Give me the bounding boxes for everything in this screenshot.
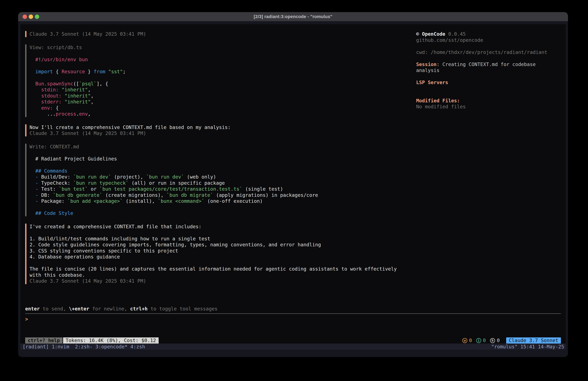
zoom-button[interactable]: [35, 15, 39, 19]
model-badge: Claude 3.7 Sonnet: [506, 337, 561, 344]
text-line: - Test: `bun test` or `bun test packages…: [30, 186, 412, 192]
text-segment: 1. Build/lint/test commands including ho…: [30, 236, 210, 242]
text-segment: stdin:: [30, 87, 59, 92]
tmux-status-bar: [radiant] 1:nvim 2:zsh- 3:opencode* 4:zs…: [20, 344, 566, 350]
text-line: [30, 63, 412, 69]
text-line: Now I'll create a comprehensive CONTEXT.…: [30, 124, 412, 131]
text-line: [30, 50, 412, 57]
text-segment: Bun.spawnSync: [30, 81, 73, 87]
text-segment: stdout:: [30, 93, 62, 99]
text-segment: 2. Code style guidelines covering import…: [30, 242, 321, 247]
close-button[interactable]: [22, 15, 27, 19]
text-line: [416, 91, 555, 98]
text-segment: enter: [25, 306, 40, 312]
prompt-row[interactable]: >: [25, 316, 561, 322]
text-line: [30, 75, 412, 81]
text-segment: -: [30, 198, 38, 204]
titlebar: [2/3] radiant:3:opencode - "romulus": [18, 12, 568, 21]
text-segment: TypeCheck:: [38, 180, 73, 186]
tmux-window-2-zsh[interactable]: 2:zsh-: [72, 344, 92, 350]
text-segment: ## Code Style: [30, 210, 73, 216]
text-line: [30, 260, 412, 266]
traffic-lights: [22, 12, 39, 21]
text-segment: (all) or run in specific package: [129, 180, 225, 186]
screenshot-root: { "window": { "title": "[2/3] radiant:3:…: [0, 0, 588, 381]
text-segment: }: [85, 69, 94, 74]
minimize-button[interactable]: [29, 15, 33, 19]
text-segment: [59, 87, 62, 92]
text-segment: `bun test`: [59, 186, 88, 192]
text-line: - TypeCheck: `bun run typecheck` (all) o…: [30, 180, 412, 186]
text-line: #!/usr/bin/env bun: [30, 57, 412, 63]
text-line: import { Resource } from "sst";: [30, 69, 412, 75]
text-segment: {: [53, 69, 62, 74]
text-segment: for newline,: [89, 306, 130, 312]
text-segment: from: [94, 69, 105, 74]
tmux-window-4-zsh[interactable]: 4:zsh: [127, 344, 145, 350]
text-segment: (create migrations),: [103, 192, 167, 198]
text-segment: Build/Dev:: [38, 174, 73, 180]
input-separator: [25, 313, 561, 314]
text-segment: !: [38, 57, 41, 62]
tool-message-write-context-md: Write: CONTEXT.md # Radiant Project Guid…: [25, 144, 412, 216]
assistant-message-intro: Now I'll create a comprehensive CONTEXT.…: [25, 124, 412, 136]
text-segment: The file is concise (20 lines) and captu…: [30, 266, 397, 272]
help-badge: ctrl+? help: [25, 337, 63, 344]
text-line: stdin: "inherit",: [30, 87, 412, 93]
opencode-tui: Claude 3.7 Sonnet (14 May 2025 03:41 PM)…: [20, 24, 566, 344]
text-segment: [105, 69, 108, 74]
text-line: 3. CSS styling conventions specific to t…: [30, 248, 412, 254]
prompt-caret: >: [25, 316, 28, 322]
tmux-window-1-nvim[interactable]: 1:nvim: [52, 344, 72, 350]
text-segment: `bun run typecheck`: [73, 180, 129, 186]
text-segment: .: [76, 111, 79, 117]
hint-icon: h: [490, 338, 495, 343]
text-segment: 0.0.45: [445, 31, 466, 37]
text-segment: ...: [30, 111, 56, 117]
text-segment: `bun add <package>`: [67, 198, 123, 204]
text-line: Bun.spawnSync([`psql`], {: [30, 81, 412, 87]
text-segment: ,: [88, 111, 91, 117]
sidebar: © OpenCode 0.0.45github.com/sst/opencode…: [416, 31, 555, 110]
text-segment: Write: CONTEXT.md: [30, 144, 79, 150]
text-line: [30, 162, 412, 168]
text-line: # Radiant Project Guidelines: [30, 156, 412, 162]
text-segment: 3. CSS styling conventions specific to t…: [30, 248, 178, 254]
text-segment: Claude 3.7 Sonnet (14 May 2025 03:41 PM): [30, 131, 146, 136]
input-section: enter to send, \+enter for newline, ctrl…: [25, 306, 561, 344]
prompt-input[interactable]: [28, 316, 561, 322]
text-line: 4. Database operations guidance: [30, 254, 412, 260]
text-segment: # Radiant Project Guidelines: [30, 156, 117, 162]
text-line: - DB: `bun db generate` (create migratio…: [30, 192, 412, 198]
text-segment: to send,: [40, 306, 69, 312]
assistant-message-header: Claude 3.7 Sonnet (14 May 2025 03:41 PM): [25, 31, 412, 37]
text-line: [416, 86, 555, 92]
text-segment: LSP Servers: [416, 80, 448, 85]
text-segment: ,: [91, 93, 94, 99]
text-segment: ## Commands: [30, 168, 67, 174]
text-segment: ctrl+h: [130, 306, 147, 312]
text-line: with this codebase.: [30, 272, 412, 278]
text-line: cwd: /home/thdxr/dev/projects/radiant/ra…: [416, 49, 555, 55]
text-segment: ([: [73, 81, 79, 87]
text-line: github.com/sst/opencode: [416, 37, 555, 43]
keybind-help-bar: enter to send, \+enter for newline, ctrl…: [25, 306, 561, 312]
text-line: - Package: `bun add <package>` (install)…: [30, 198, 412, 204]
text-segment: DB:: [38, 192, 53, 198]
text-line: [30, 230, 412, 236]
text-segment: 4. Database operations guidance: [30, 254, 120, 260]
text-segment: (install),: [123, 198, 158, 204]
text-segment: ,: [91, 99, 94, 105]
text-segment: -: [30, 186, 38, 192]
text-line: ## Code Style: [30, 210, 412, 216]
terminal-content: Claude 3.7 Sonnet (14 May 2025 03:41 PM)…: [18, 21, 568, 357]
status-bar: ctrl+? help Tokens: 16.4K (8%), Cost: $0…: [25, 337, 561, 344]
text-line: Claude 3.7 Sonnet (14 May 2025 03:41 PM): [30, 278, 412, 284]
text-segment: stderr:: [30, 99, 62, 105]
text-segment: -: [30, 180, 38, 186]
text-line: Modified Files:: [416, 98, 555, 104]
hint-counter: h 0: [490, 337, 500, 344]
text-segment: `bun db generate`: [53, 192, 103, 198]
text-segment: with this codebase.: [30, 272, 85, 278]
tmux-window-3-opencode-active[interactable]: 3:opencode*: [93, 344, 128, 350]
